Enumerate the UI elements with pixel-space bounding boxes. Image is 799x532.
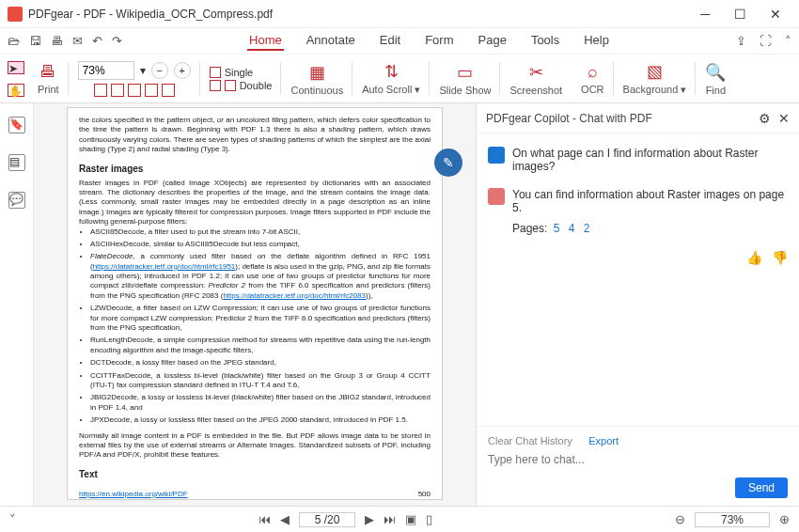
pointer-tool[interactable]: ➤ bbox=[8, 61, 24, 74]
titlebar: PDFgear - PDF - Wikipedia_OCR_Compress.p… bbox=[0, 0, 799, 28]
slideshow-icon: ▭ bbox=[457, 62, 473, 83]
pdf-page: the colors specified in the pattern obje… bbox=[67, 107, 443, 500]
thumbs-down-icon[interactable]: 👎 bbox=[772, 250, 788, 265]
tab-home[interactable]: Home bbox=[247, 31, 284, 51]
page-link-2[interactable]: 2 bbox=[584, 222, 590, 235]
redo-icon[interactable]: ↷ bbox=[112, 34, 122, 48]
actual-size-button[interactable] bbox=[128, 84, 141, 97]
zoom-out-status[interactable]: ⊖ bbox=[675, 512, 685, 526]
status-bar: ˅ ⏮ ◀ 5 /20 ▶ ⏭ ▣ ▯ ⊖ 73% ⊕ bbox=[0, 506, 799, 532]
continuous-icon: ▦ bbox=[309, 62, 325, 83]
window-title: PDFgear - PDF - Wikipedia_OCR_Compress.p… bbox=[28, 8, 689, 21]
fit-page-button[interactable] bbox=[94, 84, 107, 97]
fit-width-button[interactable] bbox=[111, 84, 124, 97]
next-page-button[interactable]: ▶ bbox=[365, 512, 374, 526]
minimize-button[interactable]: ─ bbox=[689, 7, 721, 22]
user-avatar bbox=[488, 147, 505, 164]
source-link[interactable]: https://en.wikipedia.org/wiki/PDF bbox=[79, 490, 188, 499]
copilot-close-icon[interactable]: ✕ bbox=[778, 111, 790, 126]
rotate-left-button[interactable] bbox=[145, 84, 158, 97]
zoom-out-button[interactable]: − bbox=[151, 62, 168, 79]
chat-area: On what page can I find information abou… bbox=[477, 133, 799, 426]
prev-page-button[interactable]: ◀ bbox=[280, 512, 290, 526]
hand-tool[interactable]: ✋ bbox=[8, 84, 24, 97]
autoscroll-icon: ⇅ bbox=[384, 61, 399, 82]
single-view-icon[interactable]: ▯ bbox=[426, 512, 432, 526]
bookmark-panel-button[interactable]: 🔖 bbox=[8, 117, 25, 133]
background-icon: ▧ bbox=[647, 61, 663, 82]
page-number: 500 bbox=[418, 490, 431, 499]
thumbs-up-icon[interactable]: 👍 bbox=[746, 250, 762, 265]
maximize-button[interactable]: ☐ bbox=[725, 7, 757, 22]
copilot-title: PDFgear Copilot - Chat with PDF bbox=[486, 112, 652, 125]
chat-input[interactable] bbox=[488, 447, 788, 472]
zoom-group: ▾ − + bbox=[72, 55, 196, 102]
copilot-settings-icon[interactable]: ⚙ bbox=[759, 111, 771, 126]
find-icon: 🔍 bbox=[705, 62, 726, 83]
bot-avatar bbox=[488, 188, 505, 205]
rfc1951-link[interactable]: https://datatracker.ietf.org/doc/html/rf… bbox=[93, 262, 236, 271]
open-icon[interactable]: 🗁 bbox=[8, 34, 20, 48]
save-icon[interactable]: 🖫 bbox=[29, 34, 41, 48]
autoscroll-group[interactable]: ⇅ Auto Scroll ▾ bbox=[356, 55, 426, 102]
filter-list: ASCII85Decode, a filter used to put the … bbox=[79, 227, 431, 426]
send-button[interactable]: Send bbox=[735, 477, 788, 498]
clear-chat-link[interactable]: Clear Chat History bbox=[488, 435, 572, 446]
zoom-status[interactable]: 73% bbox=[695, 512, 770, 527]
slideshow-group[interactable]: ▭ Slide Show bbox=[433, 55, 496, 102]
thumbnail-panel-button[interactable]: ▤ bbox=[8, 154, 25, 171]
find-group[interactable]: 🔍 Find bbox=[699, 55, 731, 102]
page-link-5[interactable]: 5 bbox=[554, 222, 560, 235]
continuous-group[interactable]: ▦ Continuous bbox=[285, 55, 349, 102]
select-mode-group: ➤ ✋ bbox=[8, 55, 24, 102]
left-sidebar: 🔖 ▤ 💬 bbox=[0, 103, 34, 506]
share-icon[interactable]: ⇪ bbox=[736, 34, 746, 48]
page-mode-group: Single Double bbox=[204, 55, 278, 102]
copilot-panel: PDFgear Copilot - Chat with PDF ⚙ ✕ On w… bbox=[476, 103, 799, 506]
print-icon[interactable]: 🖶 bbox=[51, 34, 63, 48]
page-intro: the colors specified in the pattern obje… bbox=[79, 116, 431, 155]
ribbon-tabs: Home Annotate Edit Form Page Tools Help bbox=[132, 31, 727, 51]
tab-tools[interactable]: Tools bbox=[529, 31, 561, 51]
tab-annotate[interactable]: Annotate bbox=[305, 31, 357, 51]
tab-form[interactable]: Form bbox=[423, 31, 455, 51]
zoom-input[interactable] bbox=[78, 61, 134, 80]
last-page-button[interactable]: ⏭ bbox=[384, 512, 396, 526]
tab-help[interactable]: Help bbox=[582, 31, 611, 51]
main-area: 🔖 ▤ 💬 the colors specified in the patter… bbox=[0, 103, 799, 506]
ribbon: ➤ ✋ 🖶 Print ▾ − + Single Double ▦ Contin… bbox=[0, 55, 799, 103]
zoom-in-status[interactable]: ⊕ bbox=[779, 512, 790, 526]
read-mode-icon[interactable]: ▣ bbox=[405, 512, 416, 526]
collapse-ribbon-icon[interactable]: ˄ bbox=[785, 34, 791, 48]
zoom-dropdown-icon[interactable]: ▾ bbox=[140, 64, 146, 77]
text-heading: Text bbox=[79, 468, 431, 480]
screenshot-group[interactable]: ✂ Screenshot bbox=[504, 55, 568, 102]
background-group[interactable]: ▧ Background ▾ bbox=[618, 55, 693, 102]
close-button[interactable]: ✕ bbox=[760, 7, 791, 22]
tab-edit[interactable]: Edit bbox=[378, 31, 402, 51]
single-mode[interactable]: Single bbox=[210, 67, 273, 78]
bot-message: You can find information about Raster im… bbox=[512, 188, 788, 235]
rfc2083-link[interactable]: https://datatracker.ietf.org/doc/html/rf… bbox=[223, 291, 366, 300]
user-message: On what page can I find information abou… bbox=[512, 147, 788, 173]
quick-access-toolbar: 🗁 🖫 🖶 ✉ ↶ ↷ Home Annotate Edit Form Page… bbox=[0, 28, 799, 55]
rotate-right-button[interactable] bbox=[162, 84, 175, 97]
document-area[interactable]: the colors specified in the pattern obje… bbox=[34, 103, 476, 506]
mail-icon[interactable]: ✉ bbox=[72, 34, 83, 48]
comment-panel-button[interactable]: 💬 bbox=[8, 192, 25, 209]
export-chat-link[interactable]: Export bbox=[588, 435, 619, 446]
tab-page[interactable]: Page bbox=[477, 31, 509, 51]
copilot-fab[interactable]: ✎ bbox=[434, 149, 462, 177]
ocr-group[interactable]: ⌕ OCR bbox=[575, 55, 609, 102]
undo-icon[interactable]: ↶ bbox=[92, 34, 102, 48]
zoom-in-button[interactable]: + bbox=[174, 62, 191, 79]
page-link-4[interactable]: 4 bbox=[569, 222, 575, 235]
expand-sidebar-icon[interactable]: ˅ bbox=[9, 512, 16, 526]
fullscreen-icon[interactable]: ⛶ bbox=[760, 34, 772, 48]
print-group[interactable]: 🖶 Print bbox=[32, 55, 65, 102]
page-indicator[interactable]: 5 /20 bbox=[299, 512, 355, 527]
page-outro: Normally all image content in a PDF is e… bbox=[79, 431, 431, 461]
first-page-button[interactable]: ⏮ bbox=[258, 512, 271, 526]
double-mode[interactable]: Double bbox=[210, 80, 273, 91]
raster-body: Raster images in PDF (called Image XObje… bbox=[79, 179, 431, 227]
